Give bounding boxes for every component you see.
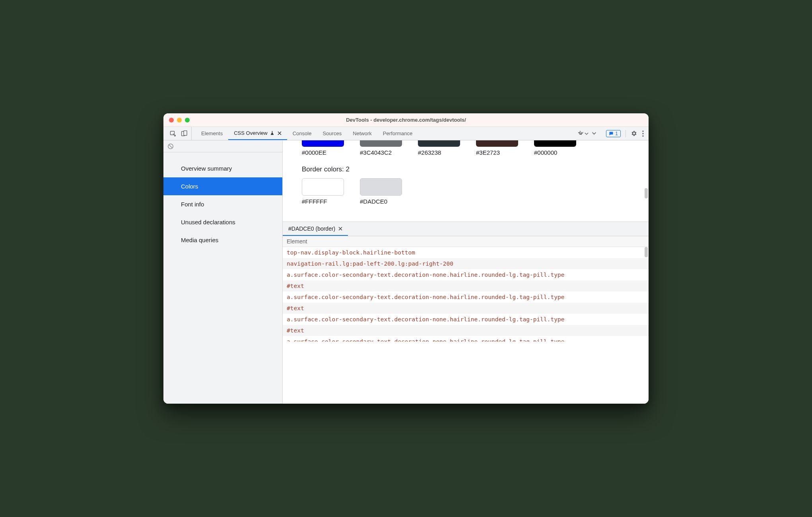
settings-gear-icon[interactable] (631, 130, 637, 137)
swatch-263238[interactable]: #263238 (418, 140, 460, 156)
svg-rect-2 (184, 130, 187, 135)
clear-icon[interactable] (167, 143, 174, 150)
more-menu-icon[interactable] (642, 130, 644, 137)
sidebar-item-overview-summary[interactable]: Overview summary (163, 159, 282, 177)
traffic-lights (169, 118, 190, 122)
swatch-label: #000000 (534, 149, 557, 156)
element-row[interactable]: a.surface.color-secondary-text.decoratio… (283, 269, 649, 280)
issues-count: 1 (615, 131, 618, 136)
sidebar-item-colors[interactable]: Colors (163, 177, 282, 195)
separator (626, 130, 626, 137)
tab-performance[interactable]: Performance (377, 127, 418, 140)
element-row[interactable]: top-nav.display-block.hairline-bottom (283, 247, 649, 258)
color-detail-panel: #DADCE0 (border) Element top-nav.display… (283, 222, 649, 404)
tab-console[interactable]: Console (287, 127, 317, 140)
toolbar-right: 1 (601, 127, 649, 140)
tab-label: CSS Overview (234, 130, 268, 136)
titlebar: DevTools - developer.chrome.com/tags/dev… (163, 113, 649, 127)
border-colors-heading: Border colors: 2 (302, 165, 649, 173)
close-window-button[interactable] (169, 118, 174, 122)
color-swatch (360, 178, 402, 196)
sidebar-item-font-info[interactable]: Font info (163, 195, 282, 213)
window-title: DevTools - developer.chrome.com/tags/dev… (163, 117, 649, 123)
color-swatch (302, 178, 344, 196)
content-area: #0000EE #3C4043C2 #263238 #3E2723 (283, 140, 649, 404)
panel-tabs: Elements CSS Overview Console Sources Ne… (192, 127, 574, 140)
detail-tab-dadce0[interactable]: #DADCE0 (border) (283, 222, 348, 236)
swatch-label: #263238 (418, 149, 441, 156)
color-swatch (418, 140, 460, 147)
inspect-element-icon[interactable] (170, 130, 176, 137)
scrollbar-thumb[interactable] (645, 188, 648, 198)
swatch-ffffff[interactable]: #FFFFFF (302, 178, 344, 205)
overflow-chevrons-icon[interactable] (587, 127, 601, 140)
element-row[interactable]: a.surface.color-secondary-text.decoratio… (283, 314, 649, 325)
tab-label: Elements (201, 130, 223, 136)
swatch-3e2723[interactable]: #3E2723 (476, 140, 518, 156)
sidebar-item-unused-declarations[interactable]: Unused declarations (163, 213, 282, 231)
detail-tabbar: #DADCE0 (border) (283, 222, 649, 236)
tab-css-overview[interactable]: CSS Overview (228, 127, 287, 140)
tab-sources[interactable]: Sources (317, 127, 347, 140)
swatch-label: #3E2723 (476, 149, 500, 156)
sidebar-item-media-queries[interactable]: Media queries (163, 231, 282, 249)
elements-list[interactable]: top-nav.display-block.hairline-bottom na… (283, 247, 649, 404)
tab-label: Performance (383, 130, 412, 136)
device-toolbar-icon[interactable] (181, 130, 187, 137)
close-tab-icon[interactable] (278, 131, 282, 135)
element-row[interactable]: #text (283, 280, 649, 292)
minimize-window-button[interactable] (177, 118, 182, 122)
clear-overview-row (163, 140, 282, 152)
swatch-dadce0[interactable]: #DADCE0 (360, 178, 402, 205)
element-row[interactable]: #text (283, 325, 649, 336)
scrollbar-thumb[interactable] (645, 247, 648, 257)
inspect-tools (166, 127, 192, 140)
color-swatch (534, 140, 576, 147)
sidebar-nav: Overview summary Colors Font info Unused… (163, 152, 282, 249)
color-swatch (302, 140, 344, 147)
swatch-000000[interactable]: #000000 (534, 140, 576, 156)
element-row[interactable]: a.surface.color-secondary-text.decoratio… (283, 336, 649, 342)
colors-panel-upper: #0000EE #3C4043C2 #263238 #3E2723 (283, 140, 649, 222)
color-swatch (360, 140, 402, 147)
svg-point-3 (642, 130, 643, 132)
color-swatch (476, 140, 518, 147)
tab-network[interactable]: Network (347, 127, 377, 140)
swatch-3c4043c2[interactable]: #3C4043C2 (360, 140, 402, 156)
swatch-label: #DADCE0 (360, 198, 387, 205)
border-color-swatches: #FFFFFF #DADCE0 (302, 178, 649, 205)
issues-badge[interactable]: 1 (606, 130, 621, 137)
svg-point-4 (642, 133, 643, 134)
panel-body: Overview summary Colors Font info Unused… (163, 140, 649, 404)
element-row[interactable]: navigation-rail.lg:pad-left-200.lg:pad-r… (283, 258, 649, 269)
swatch-label: #3C4043C2 (360, 149, 392, 156)
close-detail-tab-icon[interactable] (338, 227, 342, 231)
tab-label: Console (293, 130, 312, 136)
tab-elements[interactable]: Elements (196, 127, 228, 140)
swatch-label: #0000EE (302, 149, 326, 156)
maximize-window-button[interactable] (185, 118, 190, 122)
devtools-window: DevTools - developer.chrome.com/tags/dev… (163, 113, 649, 404)
experiment-icon (270, 131, 274, 135)
swatch-0000ee[interactable]: #0000EE (302, 140, 344, 156)
detail-column-header: Element (283, 236, 649, 247)
devtools-tab-row: Elements CSS Overview Console Sources Ne… (163, 127, 649, 140)
tab-label: Sources (322, 130, 342, 136)
svg-point-5 (642, 135, 643, 136)
swatch-label: #FFFFFF (302, 198, 327, 205)
element-row[interactable]: a.surface.color-secondary-text.decoratio… (283, 292, 649, 303)
css-overview-sidebar: Overview summary Colors Font info Unused… (163, 140, 283, 404)
tab-label: Network (353, 130, 372, 136)
detail-tab-label: #DADCE0 (border) (288, 225, 335, 232)
element-row[interactable]: #text (283, 303, 649, 314)
text-color-swatches: #0000EE #3C4043C2 #263238 #3E2723 (302, 140, 649, 156)
